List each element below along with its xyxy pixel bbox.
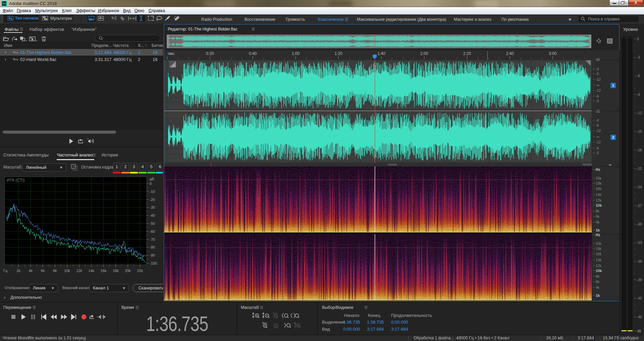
svg-text:-40: -40	[150, 213, 155, 217]
svg-text:2:40: 2:40	[506, 51, 514, 56]
svg-text:dB: dB	[637, 329, 641, 333]
svg-text:18k: 18k	[113, 269, 119, 273]
svg-text:22k: 22k	[137, 269, 143, 273]
svg-text:20k: 20k	[125, 269, 131, 273]
svg-text:16k: 16k	[101, 269, 107, 273]
svg-text:1k: 1k	[596, 228, 600, 232]
svg-text:10k: 10k	[596, 203, 602, 207]
svg-text:16k: 16k	[596, 187, 602, 191]
svg-text:-18: -18	[637, 148, 642, 152]
svg-text:-30: -30	[637, 222, 642, 226]
svg-text:2k: 2k	[16, 269, 20, 273]
svg-text:16k: 16k	[596, 252, 602, 256]
svg-text:-80: -80	[150, 245, 155, 249]
svg-text:2:00: 2:00	[420, 51, 428, 56]
svg-text:1:40: 1:40	[377, 51, 385, 56]
svg-text:ИТК (CTI): ИТК (CTI)	[7, 178, 25, 183]
svg-text:8k: 8k	[53, 269, 57, 273]
svg-text:-12: -12	[596, 88, 601, 92]
svg-text:-3: -3	[596, 99, 599, 103]
svg-text:-∞: -∞	[596, 83, 599, 87]
svg-text:10k: 10k	[64, 269, 70, 273]
svg-text:6k: 6k	[596, 214, 600, 218]
svg-text:-30: -30	[150, 205, 155, 209]
svg-text:10k: 10k	[596, 269, 602, 273]
svg-text:Hz: Hz	[596, 167, 600, 172]
svg-text:1k: 1k	[596, 293, 600, 297]
svg-text:-45: -45	[637, 315, 642, 319]
svg-text:3:00: 3:00	[549, 51, 557, 56]
svg-text:0:40: 0:40	[249, 51, 257, 56]
svg-text:14k: 14k	[596, 193, 602, 197]
svg-text:-36: -36	[637, 260, 642, 263]
svg-text:Гц: Гц	[3, 269, 8, 273]
svg-text:-12: -12	[596, 77, 601, 81]
svg-text:-12: -12	[596, 140, 601, 144]
svg-text:-20: -20	[150, 198, 155, 202]
svg-text:18k: 18k	[596, 247, 602, 251]
svg-text:-9: -9	[637, 93, 640, 96]
svg-text:-90: -90	[150, 253, 155, 257]
svg-text:20k: 20k	[596, 242, 602, 246]
svg-text:-100: -100	[150, 261, 157, 265]
svg-text:-6: -6	[596, 94, 599, 98]
svg-text:0: 0	[150, 182, 152, 186]
svg-text:-60: -60	[150, 229, 155, 233]
svg-text:2:20: 2:20	[463, 51, 471, 56]
svg-text:4k: 4k	[596, 285, 600, 289]
svg-text:6k: 6k	[596, 280, 600, 284]
svg-text:-∞: -∞	[596, 135, 599, 139]
svg-text:-33: -33	[637, 241, 642, 245]
svg-text:4k: 4k	[29, 269, 33, 273]
svg-text:-24: -24	[637, 185, 642, 189]
svg-text:12k: 12k	[596, 264, 602, 268]
svg-text:-3: -3	[596, 67, 599, 71]
svg-text:14k: 14k	[596, 258, 602, 262]
svg-text:-6: -6	[596, 72, 599, 76]
svg-text:-6: -6	[596, 146, 599, 150]
svg-text:18k: 18k	[596, 181, 602, 185]
svg-text:Hz: Hz	[596, 233, 600, 237]
svg-text:6k: 6k	[41, 269, 45, 273]
svg-text:-3: -3	[637, 56, 640, 59]
svg-text:dB: dB	[596, 58, 600, 62]
svg-text:1:00: 1:00	[292, 51, 300, 56]
svg-text:0:20: 0:20	[206, 51, 214, 56]
svg-text:dB: dB	[596, 109, 600, 113]
svg-text:1:20: 1:20	[335, 51, 343, 56]
svg-text:-42: -42	[637, 296, 642, 300]
svg-text:-12: -12	[596, 129, 601, 133]
svg-text:4k: 4k	[596, 220, 600, 224]
svg-text:-10: -10	[150, 190, 155, 194]
svg-text:8k: 8k	[596, 274, 600, 278]
svg-text:-39: -39	[637, 278, 642, 282]
svg-text:14k: 14k	[89, 269, 95, 273]
svg-text:чмс: чмс	[168, 51, 175, 56]
svg-text:12k: 12k	[596, 198, 602, 202]
svg-text:0: 0	[637, 37, 639, 41]
svg-text:дБ: дБ	[150, 177, 154, 181]
svg-text:-50: -50	[150, 221, 155, 225]
svg-text:-3: -3	[596, 118, 599, 122]
svg-text:-21: -21	[637, 167, 642, 170]
svg-text:-15: -15	[637, 130, 642, 133]
svg-text:-27: -27	[637, 204, 642, 208]
svg-text:-6: -6	[596, 123, 599, 127]
svg-text:-70: -70	[150, 237, 155, 242]
svg-text:8k: 8k	[596, 209, 600, 213]
svg-text:20k: 20k	[596, 176, 602, 180]
svg-text:-3: -3	[596, 151, 599, 155]
svg-text:-6: -6	[637, 74, 640, 78]
svg-text:12k: 12k	[76, 269, 82, 273]
svg-text:-12: -12	[637, 111, 642, 115]
